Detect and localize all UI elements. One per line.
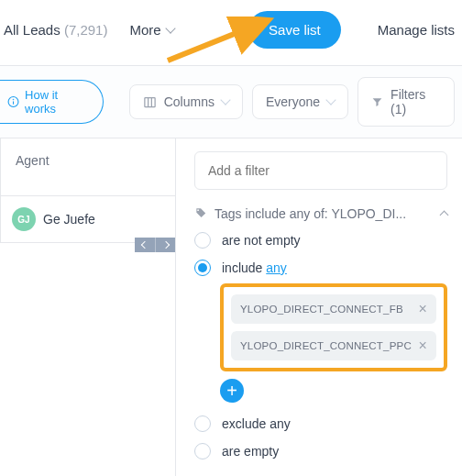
agent-name: Ge Juefe (43, 212, 95, 227)
chevron-left-icon (141, 241, 148, 249)
leads-count: (7,291) (64, 22, 108, 38)
radio-icon (194, 232, 211, 249)
tag-chip: YLOPO_DIRECT_CONNECT_FB × (231, 294, 436, 324)
leads-label: All Leads (4, 22, 60, 38)
tag-label: YLOPO_DIRECT_CONNECT_PPC (240, 340, 412, 351)
leads-table: Agent GJ Ge Juefe (0, 138, 176, 476)
svg-rect-4 (145, 97, 155, 106)
radio-icon (194, 260, 211, 276)
add-tag-button[interactable]: + (220, 379, 244, 403)
radio-are-empty[interactable]: are empty (194, 443, 447, 459)
scope-label: Everyone (266, 94, 320, 109)
radio-label: include any (222, 260, 287, 275)
save-list-button[interactable]: Save list (248, 11, 341, 49)
radio-icon (194, 415, 211, 432)
info-icon (7, 95, 19, 108)
tag-icon (194, 207, 207, 220)
radio-label: exclude any (222, 416, 291, 431)
filters-label: Filters (1) (390, 87, 441, 116)
radio-label: are empty (222, 444, 279, 459)
columns-dropdown[interactable]: Columns (129, 84, 243, 119)
chevron-down-icon (325, 94, 336, 105)
radio-label: are not empty (222, 233, 301, 248)
how-it-works-button[interactable]: How it works (0, 80, 104, 124)
how-it-works-label: How it works (25, 88, 88, 116)
plus-icon: + (226, 381, 237, 402)
remove-tag-button[interactable]: × (418, 302, 427, 316)
horizontal-scroll (135, 238, 175, 252)
add-filter-input[interactable] (194, 151, 447, 190)
tag-chip: YLOPO_DIRECT_CONNECT_PPC × (231, 331, 436, 360)
column-header-agent[interactable]: Agent (0, 138, 175, 196)
filter-card-header[interactable]: Tags include any of: YLOPO_DI... (194, 206, 447, 221)
tag-label: YLOPO_DIRECT_CONNECT_FB (240, 304, 403, 315)
chevron-up-icon (440, 210, 449, 219)
columns-icon (143, 95, 157, 109)
filters-panel: Tags include any of: YLOPO_DI... are not… (176, 138, 462, 476)
radio-include-any[interactable]: include any (194, 260, 447, 276)
table-row[interactable]: GJ Ge Juefe (0, 196, 175, 243)
scroll-right-button[interactable] (155, 238, 175, 252)
radio-icon (194, 443, 211, 459)
filter-card-title: Tags include any of: YLOPO_DI... (214, 206, 434, 221)
all-leads-link[interactable]: All Leads (7,291) (4, 22, 107, 38)
manage-lists-link[interactable]: Manage lists (378, 22, 455, 38)
filters-button[interactable]: Filters (1) (358, 77, 455, 127)
svg-point-3 (13, 99, 14, 100)
remove-tag-button[interactable]: × (418, 338, 427, 353)
chevron-down-icon (220, 94, 230, 105)
include-text: include (222, 260, 262, 275)
filter-icon (371, 95, 383, 108)
radio-are-not-empty[interactable]: are not empty (194, 232, 447, 249)
more-menu[interactable]: More (129, 22, 173, 38)
more-label: More (129, 22, 160, 38)
avatar: GJ (12, 207, 36, 231)
radio-exclude-any[interactable]: exclude any (194, 415, 447, 432)
selected-tags-box: YLOPO_DIRECT_CONNECT_FB × YLOPO_DIRECT_C… (220, 283, 447, 371)
include-mode-link[interactable]: any (266, 260, 287, 275)
columns-label: Columns (164, 94, 214, 109)
scope-dropdown[interactable]: Everyone (252, 84, 348, 119)
chevron-down-icon (165, 23, 175, 33)
scroll-left-button[interactable] (135, 238, 155, 252)
chevron-right-icon (161, 241, 169, 249)
